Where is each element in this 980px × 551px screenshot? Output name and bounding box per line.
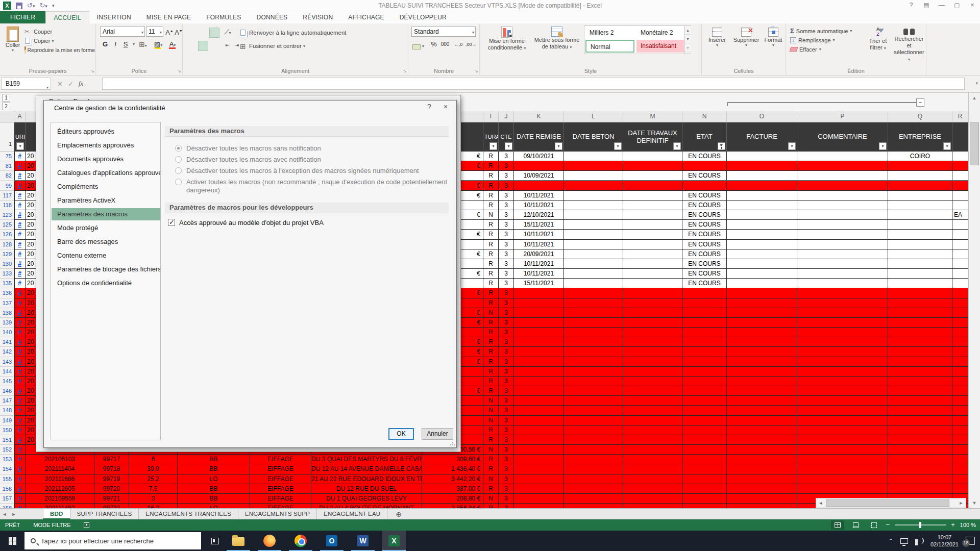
cell-N148[interactable] <box>682 406 727 415</box>
cell-P153[interactable] <box>797 455 888 464</box>
cell-Q141[interactable] <box>888 337 952 347</box>
cell-A129[interactable]: # <box>14 249 26 259</box>
align-middle-icon[interactable] <box>198 28 208 38</box>
close-button[interactable]: × <box>965 0 980 11</box>
cell-M150[interactable] <box>623 425 682 435</box>
filter-button-A[interactable]: ▾ <box>16 142 24 150</box>
cell-K141[interactable] <box>514 337 564 347</box>
cell-M151[interactable] <box>623 435 682 445</box>
cell-K118[interactable]: 10/11/2021 <box>514 201 564 210</box>
conditional-formatting-button[interactable]: Mise en formeconditionnelle ▾ <box>483 27 531 66</box>
cell-I153[interactable]: R <box>483 455 499 464</box>
cell-N146[interactable] <box>682 386 727 396</box>
cell-I143[interactable]: R <box>483 357 499 367</box>
cell-C155[interactable]: 99719 <box>94 474 129 484</box>
align-center-icon[interactable] <box>198 41 208 51</box>
horizontal-scroll-thumb[interactable] <box>826 499 949 507</box>
cell-A147[interactable]: # <box>14 396 26 406</box>
cell-A144[interactable]: # <box>14 367 26 377</box>
cell-J139[interactable]: 3 <box>499 318 514 328</box>
vertical-scrollbar[interactable]: ▲ ▼ <box>968 93 980 508</box>
cell-N135[interactable]: EN COURS <box>682 279 727 288</box>
cell-P117[interactable] <box>797 191 888 201</box>
sort-filter-button[interactable]: AZ Trier etfiltrer ▾ <box>864 27 892 64</box>
cell-P118[interactable] <box>797 201 888 210</box>
cell-M142[interactable] <box>623 347 682 357</box>
cell-K158[interactable] <box>514 504 564 508</box>
cell-E158[interactable]: LO <box>178 504 250 508</box>
cell-P137[interactable] <box>797 298 888 308</box>
cell-N154[interactable] <box>682 464 727 474</box>
cell-R153[interactable] <box>952 455 968 464</box>
scroll-down-icon[interactable]: ▼ <box>970 499 979 507</box>
cell-O158[interactable] <box>727 504 797 508</box>
cell-P144[interactable] <box>797 367 888 377</box>
sidebar-item-param-tres-des-macros[interactable]: Paramètres des macros <box>52 208 160 220</box>
cell-N158[interactable] <box>682 504 727 508</box>
cell-M152[interactable] <box>623 445 682 455</box>
cell-N145[interactable] <box>682 377 727 386</box>
taskbar-app-explorer[interactable] <box>226 531 251 551</box>
cell-L147[interactable] <box>564 396 623 406</box>
cell-F155[interactable]: EIFFAGE <box>250 474 311 484</box>
dialog-help-icon[interactable]: ? <box>423 103 436 111</box>
cell-J147[interactable]: 3 <box>499 396 514 406</box>
cell-P130[interactable] <box>797 259 888 269</box>
cell-L140[interactable] <box>564 328 623 337</box>
cell-L148[interactable] <box>564 406 623 415</box>
macro-radio-option-4[interactable]: Activer toutes les macros (non recommand… <box>186 178 448 194</box>
row-header[interactable]: 146 <box>0 386 14 396</box>
column-letter-A[interactable]: A <box>14 111 26 122</box>
cell-N82[interactable]: EN COURS <box>682 171 727 181</box>
cell-M158[interactable] <box>623 504 682 508</box>
column-header-N[interactable]: ETAT <box>682 122 727 152</box>
cell-O126[interactable] <box>727 230 797 239</box>
cell-F153[interactable]: EIFFAGE <box>250 455 311 464</box>
cell-O135[interactable] <box>727 279 797 288</box>
cell-G155[interactable]: 21 AU 22 RUE EDOUARD IDOUX EN TRAVERSÉE … <box>311 474 422 484</box>
cell-A150[interactable]: # <box>14 425 26 435</box>
cell-Q139[interactable] <box>888 318 952 328</box>
cell-R142[interactable] <box>952 347 968 357</box>
cell-K140[interactable] <box>514 328 564 337</box>
radio-icon[interactable] <box>175 167 182 174</box>
cell-O128[interactable] <box>727 240 797 249</box>
ribbon-tab-données[interactable]: DONNÉES <box>249 11 296 23</box>
cell-Q117[interactable] <box>888 191 952 201</box>
cell-P142[interactable] <box>797 347 888 357</box>
cell-I154[interactable]: R <box>483 464 499 474</box>
accounting-format-icon[interactable]: ▾ <box>412 41 424 51</box>
cell-O152[interactable] <box>727 445 797 455</box>
cell-M130[interactable] <box>623 259 682 269</box>
column-header-J[interactable]: CTE▾ <box>499 122 514 152</box>
cell-K157[interactable] <box>514 494 564 504</box>
cell-O133[interactable] <box>727 269 797 279</box>
cell-P129[interactable] <box>797 249 888 259</box>
ribbon-tab-mise-en-page[interactable]: MISE EN PAGE <box>139 11 199 23</box>
filter-button-O[interactable]: ▾ <box>788 142 796 150</box>
cell-I146[interactable]: R <box>483 386 499 396</box>
ribbon-tab-fichier[interactable]: FICHIER <box>0 11 45 23</box>
cell-R138[interactable] <box>952 308 968 318</box>
cell-J118[interactable]: 3 <box>499 201 514 210</box>
align-bottom-icon[interactable] <box>209 28 219 38</box>
cell-M117[interactable] <box>623 191 682 201</box>
cell-C153[interactable]: 99717 <box>94 455 129 464</box>
cut-button[interactable]: Couper <box>24 27 52 37</box>
sidebar-item-mode-prot-g-[interactable]: Mode protégé <box>52 222 160 234</box>
cell-N128[interactable]: EN COURS <box>682 240 727 249</box>
collapse-group-button[interactable]: − <box>916 98 924 107</box>
cell-N133[interactable]: EN COURS <box>682 269 727 279</box>
insert-function-icon[interactable]: fx <box>79 80 83 88</box>
column-header-M[interactable]: DATE TRAVAUX DEFINITIF▾ <box>623 122 682 152</box>
sheet-tab-engagements-tranchees[interactable]: ENGAGEMENTS TRANCHEES <box>139 509 238 519</box>
cell-R118[interactable] <box>952 201 968 210</box>
vertical-scroll-thumb[interactable] <box>970 122 979 165</box>
row-header[interactable]: 147 <box>0 396 14 406</box>
column-header-Q[interactable]: ENTREPRISE▾ <box>888 122 952 152</box>
cell-A153[interactable]: # <box>14 455 26 464</box>
cell-L146[interactable] <box>564 386 623 396</box>
cell-O123[interactable] <box>727 210 797 220</box>
cell-L154[interactable] <box>564 464 623 474</box>
cell-Q130[interactable] <box>888 259 952 269</box>
